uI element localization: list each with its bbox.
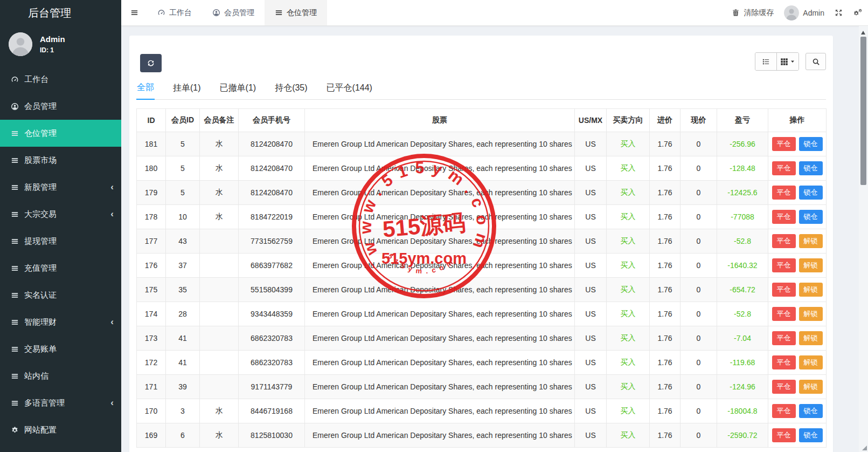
tab-挂单(1)[interactable]: 挂单(1)	[172, 83, 202, 99]
sidebar-item-仓位管理[interactable]: 仓位管理	[0, 120, 121, 147]
content-card: 全部挂单(1)已撤单(1)持仓(35)已平仓(144) ID会员ID会员备注会员…	[129, 36, 833, 452]
user-avatar	[9, 32, 32, 56]
lock-position-button[interactable]: 锁仓	[799, 186, 823, 200]
search-button[interactable]	[805, 53, 826, 70]
sidebar-item-网站配置[interactable]: 网站配置	[0, 416, 121, 443]
sidebar-item-会员管理[interactable]: 会员管理	[0, 93, 121, 120]
unlock-position-button[interactable]: 解锁	[799, 283, 823, 297]
unlock-position-button[interactable]: 解锁	[799, 331, 823, 345]
cell-member-id: 5	[166, 156, 200, 181]
close-position-button[interactable]: 平仓	[772, 428, 796, 442]
gears-icon	[853, 9, 863, 17]
cell-member-phone: 9343448359	[239, 302, 305, 326]
sidebar-item-label: 提现管理	[24, 236, 57, 246]
vertical-scrollbar[interactable]	[859, 26, 868, 452]
sidebar-item-label: 大宗交易	[24, 209, 57, 220]
sidebar-item-股票市场[interactable]: 股票市场	[0, 147, 121, 174]
cell-profit-loss: -1640.32	[717, 254, 768, 278]
close-position-button[interactable]: 平仓	[772, 186, 796, 200]
close-position-button[interactable]: 平仓	[772, 283, 796, 297]
cell-direction: 买入	[607, 302, 650, 326]
cell-actions: 平仓解锁	[768, 351, 827, 375]
cell-member-id: 41	[166, 351, 200, 375]
sidebar-item-实名认证[interactable]: 实名认证	[0, 282, 121, 309]
lock-position-button[interactable]: 锁仓	[799, 161, 823, 175]
close-position-button[interactable]: 平仓	[772, 307, 796, 321]
close-position-button[interactable]: 平仓	[772, 137, 796, 151]
cell-stock: Emeren Group Ltd American Depositary Sha…	[305, 229, 575, 254]
cell-member-remark	[200, 278, 239, 302]
cell-stock: Emeren Group Ltd American Depositary Sha…	[305, 399, 575, 423]
refresh-icon	[147, 59, 155, 67]
tab-持仓(35)[interactable]: 持仓(35)	[274, 83, 308, 99]
sidebar-item-工作台[interactable]: 工作台	[0, 66, 121, 93]
topbar-tab-工作台[interactable]: 工作台	[147, 0, 202, 25]
cell-id: 175	[137, 278, 166, 302]
cell-id: 170	[137, 399, 166, 423]
sidebar-item-大宗交易[interactable]: 大宗交易‹	[0, 201, 121, 228]
close-position-button[interactable]: 平仓	[772, 404, 796, 418]
sidebar-item-智能理财[interactable]: 智能理财‹	[0, 309, 121, 335]
topbar-tab-会员管理[interactable]: 会员管理	[202, 0, 265, 25]
table-row: 174289343448359Emeren Group Ltd American…	[137, 302, 827, 326]
sidebar-item-label: 实名认证	[24, 290, 57, 300]
cell-actions: 平仓锁仓	[768, 132, 827, 156]
unlock-position-button[interactable]: 解锁	[799, 234, 823, 248]
close-position-button[interactable]: 平仓	[772, 258, 796, 272]
settings-button[interactable]	[853, 9, 863, 17]
topbar: 工作台会员管理仓位管理 清除缓存 Admin	[121, 0, 868, 26]
unlock-position-button[interactable]: 解锁	[799, 380, 823, 394]
sidebar-item-提现管理[interactable]: 提现管理	[0, 228, 121, 255]
user-id: ID: 1	[40, 46, 65, 54]
sidebar-item-交易账单[interactable]: 交易账单	[0, 335, 121, 362]
app-title: 后台管理	[0, 0, 121, 26]
column-header-ID: ID	[137, 109, 166, 132]
cell-actions: 平仓锁仓	[768, 205, 827, 229]
unlock-position-button[interactable]: 解锁	[799, 307, 823, 321]
unlock-position-button[interactable]: 解锁	[799, 355, 823, 369]
cell-direction: 买入	[607, 351, 650, 375]
cell-entry-price: 1.76	[650, 399, 680, 423]
grid-view-button[interactable]	[776, 53, 798, 70]
cell-current-price: 0	[680, 399, 717, 423]
list-view-button[interactable]	[755, 53, 776, 70]
sidebar-item-多语言管理[interactable]: 多语言管理‹	[0, 389, 121, 416]
cell-id: 180	[137, 156, 166, 181]
lock-position-button[interactable]: 锁仓	[799, 137, 823, 151]
tab-全部[interactable]: 全部	[136, 82, 155, 100]
topbar-tab-仓位管理[interactable]: 仓位管理	[265, 0, 327, 25]
sidebar-item-充值管理[interactable]: 充值管理	[0, 255, 121, 282]
sidebar-item-新股管理[interactable]: 新股管理‹	[0, 174, 121, 201]
topbar-user-menu[interactable]: Admin	[784, 5, 824, 20]
column-header-US/MX: US/MX	[575, 109, 607, 132]
close-position-button[interactable]: 平仓	[772, 331, 796, 345]
lock-position-button[interactable]: 锁仓	[799, 428, 823, 442]
scrollbar-up-arrow[interactable]	[861, 31, 865, 35]
cell-profit-loss: -52.8	[717, 229, 768, 254]
lock-position-button[interactable]: 锁仓	[799, 210, 823, 224]
unlock-position-button[interactable]: 解锁	[799, 258, 823, 272]
close-position-button[interactable]: 平仓	[772, 161, 796, 175]
cell-current-price: 0	[680, 156, 717, 181]
tab-已撤单(1)[interactable]: 已撤单(1)	[219, 83, 257, 99]
close-position-button[interactable]: 平仓	[772, 234, 796, 248]
lock-position-button[interactable]: 锁仓	[799, 404, 823, 418]
fullscreen-button[interactable]	[835, 9, 843, 17]
clear-cache-button[interactable]: 清除缓存	[732, 8, 774, 18]
cell-direction: 买入	[607, 423, 650, 448]
scrollbar-thumb[interactable]	[860, 37, 866, 185]
tab-已平仓(144)[interactable]: 已平仓(144)	[326, 83, 373, 99]
cell-member-remark	[200, 254, 239, 278]
sidebar-toggle-button[interactable]	[121, 0, 147, 25]
cell-entry-price: 1.76	[650, 132, 680, 156]
sidebar-item-站内信[interactable]: 站内信	[0, 362, 121, 389]
close-position-button[interactable]: 平仓	[772, 380, 796, 394]
cell-member-remark: 水	[200, 205, 239, 229]
menu-icon	[10, 129, 19, 138]
table-row: 1815水8124208470Emeren Group Ltd American…	[137, 132, 827, 156]
refresh-button[interactable]	[140, 54, 162, 72]
close-position-button[interactable]: 平仓	[772, 355, 796, 369]
cell-stock: Emeren Group Ltd American Depositary Sha…	[305, 278, 575, 302]
close-position-button[interactable]: 平仓	[772, 210, 796, 224]
table-row: 176376863977682Emeren Group Ltd American…	[137, 254, 827, 278]
